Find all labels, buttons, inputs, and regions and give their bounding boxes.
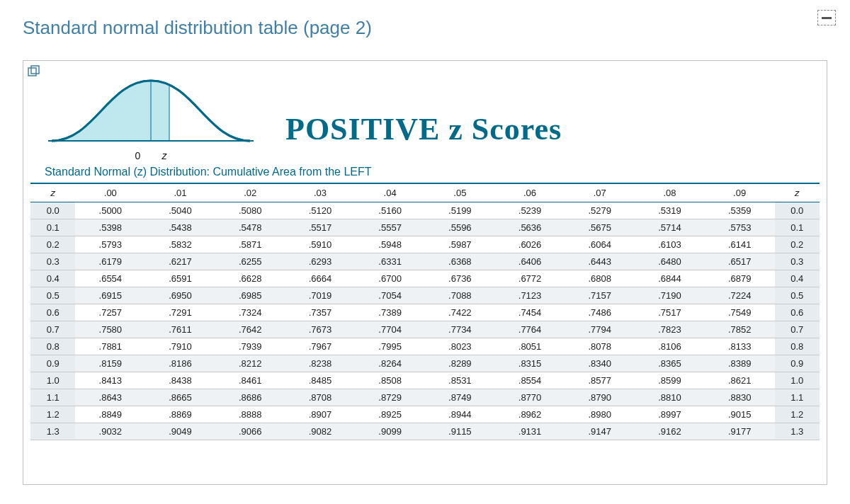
value-cell: .8621 bbox=[705, 372, 775, 389]
page-title: Standard normal distribution table (page… bbox=[0, 0, 850, 46]
value-cell: .5793 bbox=[75, 236, 145, 253]
value-cell: .5675 bbox=[565, 219, 635, 236]
value-cell: .7939 bbox=[215, 338, 285, 355]
value-cell: .5753 bbox=[705, 219, 775, 236]
z-cell: 0.6 bbox=[775, 304, 820, 321]
value-cell: .8708 bbox=[285, 389, 356, 406]
value-cell: .6179 bbox=[75, 253, 145, 270]
z-cell: 1.1 bbox=[775, 389, 820, 406]
table-row: 0.7.7580.7611.7642.7673.7704.7734.7764.7… bbox=[30, 321, 820, 338]
value-cell: .7422 bbox=[425, 304, 495, 321]
col-header: .05 bbox=[425, 183, 495, 202]
value-cell: .5714 bbox=[635, 219, 705, 236]
value-cell: .5040 bbox=[145, 202, 215, 219]
value-cell: .9131 bbox=[495, 423, 565, 440]
value-cell: .8438 bbox=[145, 372, 215, 389]
axis-zero-label: 0 bbox=[135, 150, 141, 161]
value-cell: .9177 bbox=[705, 423, 775, 440]
value-cell: .6736 bbox=[425, 270, 495, 287]
value-cell: .8078 bbox=[565, 338, 635, 355]
value-cell: .6950 bbox=[145, 287, 215, 304]
value-cell: .6808 bbox=[565, 270, 635, 287]
minimize-icon[interactable] bbox=[817, 10, 836, 25]
value-cell: .8340 bbox=[565, 355, 635, 372]
value-cell: .6844 bbox=[635, 270, 705, 287]
value-cell: .5636 bbox=[495, 219, 565, 236]
axis-z-label: z bbox=[162, 150, 166, 161]
value-cell: .7088 bbox=[425, 287, 495, 304]
value-cell: .7257 bbox=[75, 304, 145, 321]
value-cell: .8413 bbox=[75, 372, 145, 389]
value-cell: .9066 bbox=[215, 423, 285, 440]
value-cell: .5199 bbox=[425, 202, 495, 219]
value-cell: .5987 bbox=[425, 236, 495, 253]
table-row: 0.9.8159.8186.8212.8238.8264.8289.8315.8… bbox=[30, 355, 820, 372]
bell-curve-graphic: 0 z bbox=[45, 74, 257, 161]
value-cell: .5910 bbox=[285, 236, 356, 253]
value-cell: .6103 bbox=[635, 236, 705, 253]
z-cell: 0.9 bbox=[775, 355, 820, 372]
value-cell: .7852 bbox=[705, 321, 775, 338]
col-header: .02 bbox=[215, 183, 285, 202]
z-cell: 0.8 bbox=[30, 338, 75, 355]
value-cell: .7910 bbox=[145, 338, 215, 355]
table-row: 1.0.8413.8438.8461.8485.8508.8531.8554.8… bbox=[30, 372, 820, 389]
value-cell: .7734 bbox=[425, 321, 495, 338]
value-cell: .6255 bbox=[215, 253, 285, 270]
z-cell: 1.3 bbox=[30, 423, 75, 440]
table-heading: POSITIVE z Scores bbox=[285, 111, 805, 161]
z-cell: 0.0 bbox=[30, 202, 75, 219]
value-cell: .8315 bbox=[495, 355, 565, 372]
value-cell: .9147 bbox=[565, 423, 635, 440]
value-cell: .8577 bbox=[565, 372, 635, 389]
value-cell: .6443 bbox=[565, 253, 635, 270]
value-cell: .8980 bbox=[565, 406, 635, 423]
value-cell: .8212 bbox=[215, 355, 285, 372]
value-cell: .5948 bbox=[355, 236, 425, 253]
value-cell: .8997 bbox=[635, 406, 705, 423]
value-cell: .6554 bbox=[75, 270, 145, 287]
table-row: 1.2.8849.8869.8888.8907.8925.8944.8962.8… bbox=[30, 406, 820, 423]
value-cell: .8531 bbox=[425, 372, 495, 389]
value-cell: .5160 bbox=[355, 202, 425, 219]
value-cell: .5239 bbox=[495, 202, 565, 219]
value-cell: .6772 bbox=[495, 270, 565, 287]
popout-icon[interactable] bbox=[28, 65, 40, 78]
value-cell: .8770 bbox=[495, 389, 565, 406]
value-cell: .8508 bbox=[355, 372, 425, 389]
z-cell: 0.5 bbox=[30, 287, 75, 304]
value-cell: .6331 bbox=[355, 253, 425, 270]
value-cell: .7642 bbox=[215, 321, 285, 338]
value-cell: .7486 bbox=[565, 304, 635, 321]
value-cell: .6985 bbox=[215, 287, 285, 304]
z-cell: 0.2 bbox=[775, 236, 820, 253]
value-cell: .8389 bbox=[705, 355, 775, 372]
value-cell: .5080 bbox=[215, 202, 285, 219]
value-cell: .7673 bbox=[285, 321, 356, 338]
value-cell: .6700 bbox=[355, 270, 425, 287]
value-cell: .7123 bbox=[495, 287, 565, 304]
value-cell: .5596 bbox=[425, 219, 495, 236]
svg-rect-1 bbox=[31, 66, 39, 74]
value-cell: .8925 bbox=[355, 406, 425, 423]
value-cell: .9115 bbox=[425, 423, 495, 440]
value-cell: .8159 bbox=[75, 355, 145, 372]
col-header: .06 bbox=[495, 183, 565, 202]
z-cell: 1.2 bbox=[30, 406, 75, 423]
value-cell: .7967 bbox=[285, 338, 356, 355]
table-row: 0.2.5793.5832.5871.5910.5948.5987.6026.6… bbox=[30, 236, 820, 253]
value-cell: .7190 bbox=[635, 287, 705, 304]
table-row: 0.0.5000.5040.5080.5120.5160.5199.5239.5… bbox=[30, 202, 820, 219]
z-cell: 0.7 bbox=[30, 321, 75, 338]
z-cell: 0.4 bbox=[30, 270, 75, 287]
value-cell: .6591 bbox=[145, 270, 215, 287]
value-cell: .8869 bbox=[145, 406, 215, 423]
col-header: .01 bbox=[145, 183, 215, 202]
col-header: .04 bbox=[355, 183, 425, 202]
value-cell: .7517 bbox=[635, 304, 705, 321]
value-cell: .7794 bbox=[565, 321, 635, 338]
col-header: .07 bbox=[565, 183, 635, 202]
value-cell: .8665 bbox=[145, 389, 215, 406]
value-cell: .6217 bbox=[145, 253, 215, 270]
table-sheet: 0 z POSITIVE z Scores Standard Normal (z… bbox=[23, 60, 827, 485]
